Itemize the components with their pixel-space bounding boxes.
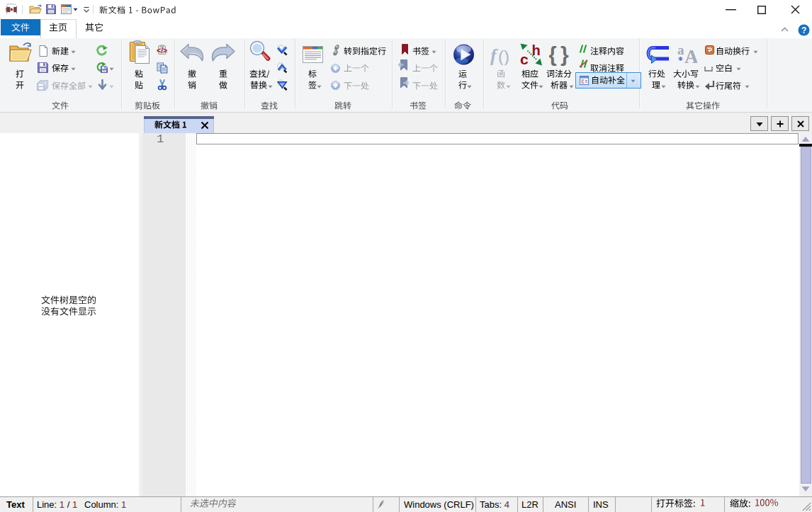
svg-text:h: h xyxy=(532,42,541,58)
svg-text:c: c xyxy=(520,51,529,67)
svg-text:(): () xyxy=(498,47,509,65)
svg-text:{: { xyxy=(549,42,557,66)
svg-text:}: } xyxy=(560,42,569,66)
svg-text:A: A xyxy=(684,46,697,64)
svg-text:f: f xyxy=(490,45,498,65)
svg-text:?: ? xyxy=(801,25,806,35)
svg-text:a: a xyxy=(677,44,684,57)
